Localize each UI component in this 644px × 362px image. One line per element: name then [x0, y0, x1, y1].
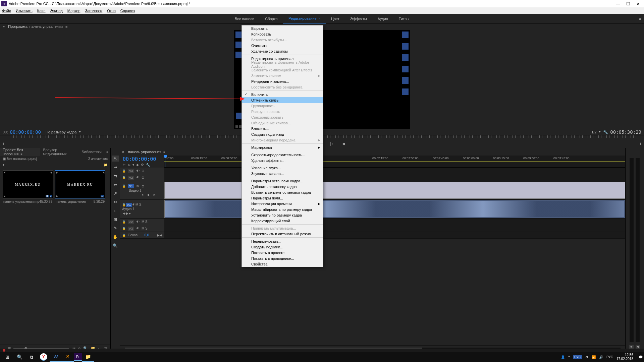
timeline-tab[interactable]: панель управления≡: [125, 150, 168, 154]
rate-tool[interactable]: ↗: [112, 190, 119, 196]
context-menu-item[interactable]: Установить по размеру кадра: [242, 212, 323, 218]
menu-edit[interactable]: Изменить: [16, 9, 33, 13]
ws-titles[interactable]: Титры: [393, 14, 415, 23]
track-select-tool[interactable]: ⇥: [112, 164, 119, 170]
tab-media-browser[interactable]: Браузер медиаданных: [40, 148, 79, 156]
yandex-icon[interactable]: Y: [40, 353, 47, 361]
ws-editing[interactable]: Редактирование ≡: [283, 14, 326, 23]
tray-volume-icon[interactable]: 🔊: [599, 355, 603, 359]
rolling-tool[interactable]: ⇔: [112, 182, 119, 188]
context-menu-item[interactable]: Скорость/продолжительность...: [242, 152, 323, 158]
context-menu-item[interactable]: Параметры поля...: [242, 195, 323, 201]
folder-icon[interactable]: 📁: [104, 163, 108, 167]
video-clip[interactable]: [164, 182, 625, 199]
add-marker-button[interactable]: +: [2, 141, 5, 146]
context-menu-item[interactable]: Создать подэпизод: [242, 131, 323, 137]
pen-tool[interactable]: ✎: [112, 225, 119, 231]
track-head-v1[interactable]: 🔒V1👁⊙ Видео 1 ◄◆►: [120, 181, 164, 199]
hand-tool[interactable]: ✋: [112, 234, 119, 240]
settings-icon[interactable]: ⚙: [141, 163, 144, 167]
zoom-fit-label[interactable]: По размеру кадра: [46, 130, 76, 134]
menu-help[interactable]: Справка: [120, 9, 135, 13]
context-menu-item[interactable]: Интерполяция времени▶: [242, 201, 323, 206]
selection-tool[interactable]: ↖: [112, 156, 119, 162]
ws-color[interactable]: Цвет: [326, 14, 345, 23]
tray-lang2[interactable]: РУС: [606, 355, 613, 359]
menu-title[interactable]: Заголовок: [85, 9, 103, 13]
context-menu-item[interactable]: Звуковые каналы...: [242, 171, 323, 176]
project-item[interactable]: ◤◥ MARREX.RU ◣ ▭ панель управления5:30:2…: [55, 170, 105, 203]
slide-tool[interactable]: ⊞: [112, 217, 119, 223]
tray-icon[interactable]: ⚙: [585, 355, 588, 359]
filter-icon[interactable]: ▾: [3, 163, 4, 167]
menu-window[interactable]: Окно: [107, 9, 116, 13]
tray-icon[interactable]: 📶: [592, 355, 596, 359]
context-menu-item[interactable]: Вложить...: [242, 126, 323, 131]
tray-icon[interactable]: 👤: [561, 355, 565, 359]
close-button[interactable]: ✕: [636, 1, 640, 6]
context-menu-item[interactable]: Очистить: [242, 43, 323, 48]
wrench-icon[interactable]: 🔧: [603, 130, 608, 134]
context-menu-item[interactable]: Удалить эффекты...: [242, 158, 323, 163]
taskbar-clock[interactable]: 12:56 17.02.2018: [616, 353, 635, 361]
tray-up-icon[interactable]: ^: [568, 355, 570, 359]
maximize-button[interactable]: ☐: [626, 1, 630, 6]
search-icon[interactable]: 🔍: [13, 352, 25, 362]
task-view-icon[interactable]: ⧉: [25, 352, 38, 362]
context-menu-item[interactable]: Рендеринг и замена...: [242, 78, 323, 84]
context-menu-item[interactable]: Копировать: [242, 31, 323, 37]
chevron-down-icon[interactable]: ▼: [78, 130, 81, 133]
add-button[interactable]: +: [639, 141, 642, 146]
tab-libraries[interactable]: Библиотеки: [79, 150, 104, 154]
ripple-tool[interactable]: ⇆: [112, 173, 119, 179]
slip-tool[interactable]: ↔: [112, 208, 119, 214]
ws-all-panels[interactable]: Все панели: [229, 14, 260, 23]
context-menu-item[interactable]: Удаление со сдвигом: [242, 48, 323, 54]
add-marker-icon[interactable]: ◆: [136, 163, 139, 167]
program-timecode[interactable]: 00:00:00:00: [10, 129, 41, 135]
timeline-timecode[interactable]: 00:00:00:00: [123, 156, 162, 162]
start-button[interactable]: ⊞: [1, 352, 13, 362]
zoom-tool[interactable]: 🔍: [112, 243, 119, 249]
track-head-a3[interactable]: 🔒A3👁M S: [120, 225, 164, 232]
track-head-v3[interactable]: 🔒V3👁⊙: [120, 168, 164, 174]
menu-file[interactable]: Файл: [2, 9, 11, 13]
context-menu-item[interactable]: Показать в проводнике...: [242, 255, 323, 261]
context-menu-item[interactable]: Добавить остановку кадра: [242, 184, 323, 189]
project-item[interactable]: ◤◥ MARREX.RU ◣ ▦♪ панель управления.mp45…: [3, 170, 53, 203]
track-head-a2[interactable]: 🔒A2👁M S: [120, 219, 164, 225]
context-menu-item[interactable]: Свойства: [242, 261, 323, 267]
panel-menu-icon[interactable]: ≡: [65, 24, 67, 28]
track-head-v2[interactable]: 🔒V2👁⊙: [120, 174, 164, 181]
ws-audio[interactable]: Аудио: [372, 14, 393, 23]
tabs-overflow[interactable]: »: [104, 150, 110, 154]
marker-icon[interactable]: ▾: [132, 163, 134, 167]
context-menu-item[interactable]: Параметры остановки кадра...: [242, 178, 323, 184]
close-tab-icon[interactable]: ×: [122, 150, 124, 154]
context-menu-item[interactable]: Создать подклип...: [242, 244, 323, 250]
minimize-button[interactable]: —: [616, 1, 620, 6]
context-menu-item[interactable]: Отменить связь: [242, 97, 323, 103]
step-back-icon[interactable]: ◄: [340, 141, 346, 146]
wrench-icon[interactable]: 🔧: [146, 163, 150, 167]
context-menu-item[interactable]: Переключить в автономный режим...: [242, 231, 323, 237]
word-icon[interactable]: W: [50, 352, 62, 362]
link-icon[interactable]: ⊂: [128, 163, 130, 167]
tab-project[interactable]: Проект: Без названия≡: [0, 148, 40, 156]
ws-overflow[interactable]: »: [639, 16, 641, 21]
expand-icon[interactable]: »: [3, 24, 5, 28]
ws-effects[interactable]: Эффекты: [345, 14, 372, 23]
tray-lang[interactable]: РУС: [573, 355, 582, 359]
context-menu-item[interactable]: Вставить сегмент остановки кадра: [242, 189, 323, 195]
menu-marker[interactable]: Маркер: [67, 9, 80, 13]
premiere-icon[interactable]: Pr: [74, 353, 82, 361]
razor-tool[interactable]: ✂: [112, 199, 119, 205]
context-menu-item[interactable]: ✓Включить: [242, 92, 323, 97]
resolution-label[interactable]: 1/2: [591, 130, 596, 134]
context-menu-item[interactable]: Переименовать...: [242, 238, 323, 244]
ws-assembly[interactable]: Сборка: [260, 14, 283, 23]
explorer-icon[interactable]: 📁: [82, 352, 94, 362]
context-menu-item[interactable]: Масштабировать по размеру кадра: [242, 206, 323, 212]
snap-icon[interactable]: ⊢: [123, 163, 126, 167]
notifications-icon[interactable]: 💬: [639, 355, 643, 359]
